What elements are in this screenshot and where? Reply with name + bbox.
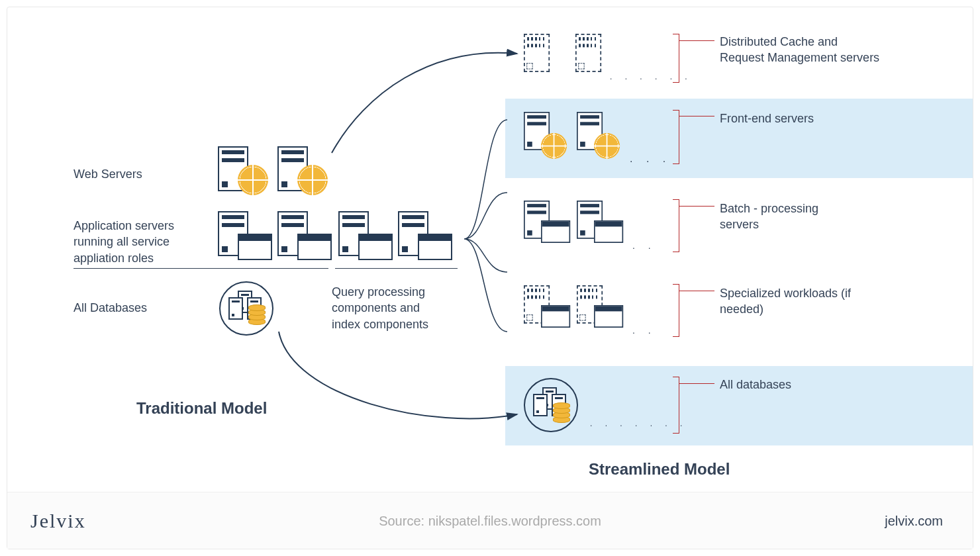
bracket-icon	[669, 34, 679, 83]
window-icon	[594, 220, 623, 243]
window-icon	[541, 305, 570, 328]
bracket-tick	[679, 206, 714, 207]
label-batch: Batch - processing servers	[720, 201, 852, 233]
site-url: jelvix.com	[885, 513, 943, 528]
label-cache: Distributed Cache and Request Management…	[720, 34, 885, 66]
bracket-tick	[679, 116, 714, 116]
window-icon	[541, 220, 570, 243]
logo-jelvix: Jelvix	[30, 510, 86, 532]
coins-icon	[553, 403, 569, 423]
bracket-tick	[679, 291, 714, 291]
server-dashed-icon	[524, 34, 550, 72]
globe-icon	[541, 133, 567, 159]
ellipsis-dots: . .	[632, 240, 656, 251]
bracket-tick	[679, 383, 714, 384]
window-icon	[594, 305, 623, 328]
server-dashed-icon	[575, 34, 601, 72]
title-streamlined: Streamlined Model	[589, 460, 730, 479]
bracket-icon	[669, 284, 679, 337]
footer: Jelvix Source: nikspatel.files.wordpress…	[7, 492, 973, 549]
bracket-icon	[669, 110, 679, 164]
diagram-canvas: Web Servers Application servers running …	[0, 0, 980, 556]
bracket-tick	[679, 40, 714, 41]
label-frontend: Front-end servers	[720, 111, 814, 126]
ellipsis-dots: . . . . . .	[610, 72, 693, 81]
bracket-icon	[669, 199, 679, 252]
ellipsis-dots: . . .	[630, 153, 671, 165]
globe-icon	[594, 133, 620, 159]
connector-lines	[7, 7, 974, 497]
ellipsis-dots: . .	[632, 325, 656, 336]
label-all-db: All databases	[720, 377, 791, 393]
source-attribution: Source: nikspatel.files.wordpress.com	[379, 513, 601, 528]
inner-frame: Web Servers Application servers running …	[7, 7, 973, 549]
bracket-icon	[669, 377, 679, 434]
label-specialized: Specialized workloads (if needed)	[720, 285, 872, 318]
